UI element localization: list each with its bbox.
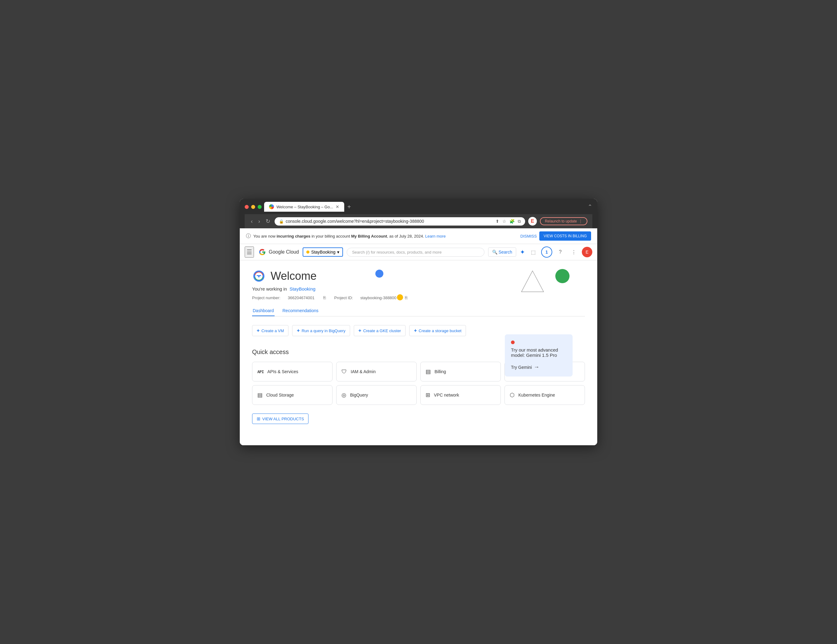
new-tab-button[interactable]: + [345, 202, 353, 212]
tab-dashboard[interactable]: Dashboard [252, 306, 274, 316]
project-id-label: Project ID: [334, 295, 353, 300]
address-bar: ‹ › ↻ 🔒 console.cloud.google.com/welcome… [245, 214, 592, 228]
browser-chrome: Welcome – StayBooking – Go... ✕ + ⌃ ‹ › … [240, 199, 597, 228]
search-placeholder-text: Search (/) for resources, docs, products… [352, 250, 441, 254]
welcome-section: Welcome You're working in StayBooking Pr… [252, 270, 585, 424]
card-kubernetes-engine[interactable]: ⬡ Kubernetes Engine [504, 385, 585, 405]
tab-title: Welcome – StayBooking – Go... [276, 205, 333, 209]
user-avatar-button[interactable]: E [582, 247, 592, 257]
main-content: ⓘ You are now incurring charges in your … [240, 228, 597, 445]
billing-message: You are now incurring charges in your bi… [253, 234, 446, 239]
secure-icon: 🔒 [279, 219, 284, 224]
card-billing[interactable]: ▤ Billing [420, 362, 501, 382]
minimize-dot[interactable] [251, 205, 255, 209]
header-right: ✦ ⬚ 1 ? ⋮ E [520, 246, 592, 257]
tab-favicon [269, 204, 274, 209]
back-button[interactable]: ‹ [249, 217, 254, 226]
card-label: BigQuery [350, 393, 368, 398]
project-link[interactable]: StayBooking [289, 286, 315, 292]
plus-icon: + [414, 328, 417, 333]
card-iam-admin[interactable]: 🛡 IAM & Admin [336, 362, 417, 382]
browser-tab[interactable]: Welcome – StayBooking – Go... ✕ [264, 202, 344, 212]
view-costs-button[interactable]: VIEW COSTS IN BILLING [539, 231, 591, 241]
gemini-card-title: Try our most advanced model: Gemini 1.5 … [511, 347, 566, 358]
arrow-right-icon: → [534, 364, 539, 370]
page-body: Welcome You're working in StayBooking Pr… [240, 261, 597, 445]
shield-icon: 🛡 [341, 369, 347, 375]
search-bar: Search (/) for resources, docs, products… [347, 248, 484, 257]
card-label: Kubernetes Engine [519, 393, 555, 398]
try-gemini-text: Try Gemini [511, 365, 532, 370]
copy-project-number-button[interactable]: ⎘ [322, 295, 327, 301]
hamburger-menu[interactable]: ☰ [245, 246, 254, 257]
gemini-sparkle-button[interactable]: ✦ [520, 248, 525, 256]
card-label: APIs & Services [267, 369, 298, 374]
try-gemini-link[interactable]: Try Gemini → [511, 364, 566, 370]
info-icon: ⓘ [246, 233, 251, 239]
card-bigquery[interactable]: ◎ BigQuery [336, 385, 417, 405]
create-gke-button[interactable]: + Create a GKE cluster [354, 325, 405, 336]
welcome-logo-title: Welcome [252, 270, 585, 283]
url-text: console.cloud.google.com/welcome?hl=en&p… [286, 219, 424, 224]
billing-banner: ⓘ You are now incurring charges in your … [240, 228, 597, 244]
card-apis-services[interactable]: API APIs & Services [252, 362, 333, 382]
relaunch-button[interactable]: Relaunch to update ⋮ [540, 217, 588, 225]
card-cloud-storage[interactable]: ▤ Cloud Storage [252, 385, 333, 405]
bigquery-icon: ◎ [341, 392, 346, 398]
gcp-logo-icon [252, 270, 266, 282]
card-label: Billing [435, 369, 446, 374]
project-id-value: staybooking-388800 [360, 295, 396, 300]
card-label: VPC network [434, 393, 459, 398]
api-icon: API [257, 369, 264, 374]
create-vm-button[interactable]: + Create a VM [252, 325, 289, 336]
project-selector[interactable]: StayBooking ▾ [303, 247, 343, 257]
extensions-icon[interactable]: 🧩 [509, 219, 515, 224]
copy-project-id-button[interactable]: ⎘ [404, 295, 409, 301]
project-number-value: 366204674001 [288, 295, 315, 300]
notification-button[interactable]: 1 [541, 246, 552, 257]
card-label: IAM & Admin [351, 369, 376, 374]
url-bar[interactable]: 🔒 console.cloud.google.com/welcome?hl=en… [274, 217, 525, 226]
tab-recommendations[interactable]: Recommendations [282, 306, 319, 316]
google-cloud-text: Google Cloud [269, 249, 299, 255]
share-icon[interactable]: ⬆ [496, 219, 499, 224]
reload-button[interactable]: ↻ [264, 216, 271, 226]
bookmark-icon[interactable]: ☆ [502, 219, 506, 224]
project-number-label: Project number: [252, 295, 281, 300]
help-button[interactable]: ? [555, 246, 566, 257]
google-cloud-logo[interactable]: Google Cloud [258, 248, 299, 256]
tab-close-icon[interactable]: ✕ [336, 204, 339, 209]
run-bigquery-button[interactable]: + Run a query in BigQuery [292, 325, 350, 336]
grid-icon: ⊞ [257, 416, 260, 421]
gemini-dot [511, 341, 515, 344]
card-vpc-network[interactable]: ⊞ VPC network [420, 385, 501, 405]
header-nav: ☰ Google Cloud StayBooking ▾ Search (/) … [240, 244, 597, 261]
more-options-button[interactable]: ⋮ [568, 246, 579, 257]
plus-icon: + [358, 328, 361, 333]
forward-button[interactable]: › [257, 217, 261, 226]
dismiss-button[interactable]: DISMISS [520, 234, 537, 239]
plus-icon: + [257, 328, 259, 333]
plus-icon: + [297, 328, 300, 333]
page-tabs: Dashboard Recommendations [252, 306, 585, 316]
close-dot[interactable] [245, 205, 249, 209]
url-right-icons: ⬆ ☆ 🧩 ⧉ [496, 219, 521, 224]
learn-more-link[interactable]: Learn more [425, 234, 446, 239]
create-storage-bucket-button[interactable]: + Create a storage bucket [409, 325, 466, 336]
search-button[interactable]: 🔍 Search [488, 247, 516, 257]
working-in-text: You're working in StayBooking [252, 286, 585, 292]
relaunch-more-icon[interactable]: ⋮ [579, 219, 583, 223]
profile-avatar[interactable]: E [528, 217, 537, 226]
view-all-products-button[interactable]: ⊞ VIEW ALL PRODUCTS [252, 413, 309, 424]
storage-icon: ▤ [257, 392, 263, 398]
project-dot [306, 251, 309, 254]
view-all-label: VIEW ALL PRODUCTS [262, 416, 304, 421]
project-name: StayBooking [311, 249, 336, 254]
cloud-shell-button[interactable]: ⬚ [528, 246, 539, 257]
google-logo-icon [258, 248, 267, 256]
billing-icon: ▤ [425, 368, 431, 375]
relaunch-label: Relaunch to update [545, 219, 577, 223]
split-icon[interactable]: ⧉ [518, 219, 521, 224]
window-collapse-icon[interactable]: ⌃ [588, 203, 592, 210]
maximize-dot[interactable] [258, 205, 262, 209]
